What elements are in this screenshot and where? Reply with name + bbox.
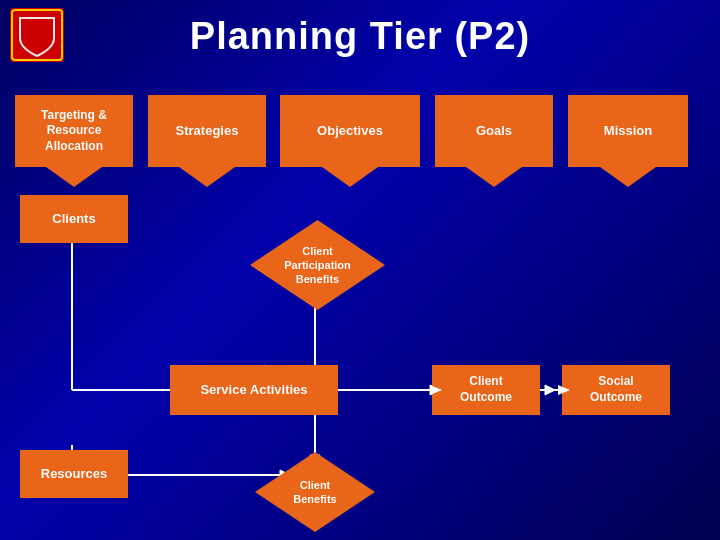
main-layout: Planning Tier (P2) THE SALVATION ARMY Ta… xyxy=(0,0,720,540)
client-benefits-box: ClientBenefits xyxy=(255,452,375,532)
svg-text:ARMY: ARMY xyxy=(30,38,45,44)
svg-text:THE: THE xyxy=(32,25,43,31)
client-participation-box: ClientParticipationBenefits xyxy=(250,220,385,310)
service-activities-box: Service Activities xyxy=(170,365,338,415)
salvation-army-logo: THE SALVATION ARMY xyxy=(10,8,64,62)
clients-box: Clients xyxy=(20,195,128,243)
client-outcome-box: ClientOutcome xyxy=(432,365,540,415)
objectives-box: Objectives xyxy=(280,95,420,167)
resources-box: Resources xyxy=(20,450,128,498)
targeting-resource-box: Targeting &ResourceAllocation xyxy=(15,95,133,167)
social-outcome-box: SocialOutcome xyxy=(562,365,670,415)
svg-marker-6 xyxy=(545,385,555,395)
strategies-box: Strategies xyxy=(148,95,266,167)
mission-box: Mission xyxy=(568,95,688,167)
title-area: Planning Tier (P2) xyxy=(0,0,720,58)
goals-box: Goals xyxy=(435,95,553,167)
page-title: Planning Tier (P2) xyxy=(190,15,530,57)
